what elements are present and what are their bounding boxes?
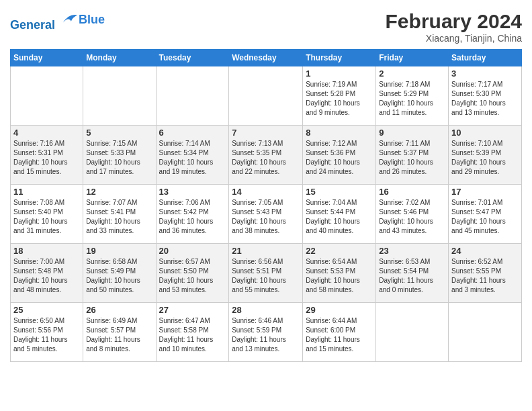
- calendar-cell: 13Sunrise: 7:06 AM Sunset: 5:42 PM Dayli…: [156, 185, 229, 244]
- weekday-header-sunday: Sunday: [11, 50, 83, 66]
- logo-text: General: [10, 10, 79, 32]
- logo-line1: General: [10, 18, 55, 32]
- calendar-cell: 1Sunrise: 7:19 AM Sunset: 5:28 PM Daylig…: [303, 66, 376, 126]
- week-row-4: 18Sunrise: 7:00 AM Sunset: 5:48 PM Dayli…: [11, 244, 522, 303]
- week-row-2: 4Sunrise: 7:16 AM Sunset: 5:31 PM Daylig…: [11, 126, 522, 185]
- day-number: 26: [86, 305, 152, 315]
- header: General Blue February 2024 Xiacang, Tian…: [10, 10, 522, 44]
- weekday-header-saturday: Saturday: [449, 50, 522, 66]
- day-info: Sunrise: 7:05 AM Sunset: 5:43 PM Dayligh…: [232, 198, 300, 236]
- calendar-cell: 27Sunrise: 6:47 AM Sunset: 5:58 PM Dayli…: [156, 303, 229, 362]
- calendar-cell: 16Sunrise: 7:02 AM Sunset: 5:46 PM Dayli…: [376, 185, 449, 244]
- logo-line2: Blue: [79, 13, 105, 27]
- day-info: Sunrise: 7:00 AM Sunset: 5:48 PM Dayligh…: [13, 257, 80, 295]
- day-info: Sunrise: 7:04 AM Sunset: 5:44 PM Dayligh…: [306, 198, 373, 236]
- day-number: 19: [86, 246, 152, 256]
- day-info: Sunrise: 7:11 AM Sunset: 5:37 PM Dayligh…: [379, 139, 445, 177]
- day-info: Sunrise: 6:47 AM Sunset: 5:58 PM Dayligh…: [159, 316, 226, 354]
- day-number: 7: [232, 128, 300, 138]
- calendar-cell: 17Sunrise: 7:01 AM Sunset: 5:47 PM Dayli…: [449, 185, 522, 244]
- main-title: February 2024: [386, 10, 522, 33]
- day-info: Sunrise: 7:08 AM Sunset: 5:40 PM Dayligh…: [13, 198, 80, 236]
- day-number: 1: [306, 68, 373, 79]
- calendar-cell: 19Sunrise: 6:58 AM Sunset: 5:49 PM Dayli…: [83, 244, 156, 303]
- day-info: Sunrise: 7:16 AM Sunset: 5:31 PM Dayligh…: [13, 139, 80, 177]
- week-row-3: 11Sunrise: 7:08 AM Sunset: 5:40 PM Dayli…: [11, 185, 522, 244]
- calendar-cell: [229, 66, 303, 126]
- calendar-cell: 9Sunrise: 7:11 AM Sunset: 5:37 PM Daylig…: [376, 126, 449, 185]
- day-info: Sunrise: 6:49 AM Sunset: 5:57 PM Dayligh…: [86, 316, 152, 354]
- calendar-cell: 11Sunrise: 7:08 AM Sunset: 5:40 PM Dayli…: [11, 185, 83, 244]
- calendar-cell: [83, 66, 156, 126]
- title-block: February 2024 Xiacang, Tianjin, China: [386, 10, 522, 44]
- calendar-cell: 18Sunrise: 7:00 AM Sunset: 5:48 PM Dayli…: [11, 244, 83, 303]
- day-info: Sunrise: 7:12 AM Sunset: 5:36 PM Dayligh…: [306, 139, 373, 177]
- day-number: 13: [159, 187, 226, 197]
- calendar-cell: 15Sunrise: 7:04 AM Sunset: 5:44 PM Dayli…: [303, 185, 376, 244]
- day-info: Sunrise: 7:15 AM Sunset: 5:33 PM Dayligh…: [86, 139, 152, 177]
- day-number: 6: [159, 128, 226, 138]
- subtitle: Xiacang, Tianjin, China: [386, 33, 522, 44]
- day-info: Sunrise: 6:54 AM Sunset: 5:53 PM Dayligh…: [306, 257, 373, 295]
- logo-bird-icon: [60, 10, 79, 29]
- day-number: 24: [451, 246, 519, 256]
- day-number: 9: [379, 128, 445, 138]
- calendar-cell: 4Sunrise: 7:16 AM Sunset: 5:31 PM Daylig…: [11, 126, 83, 185]
- calendar-cell: 28Sunrise: 6:46 AM Sunset: 5:59 PM Dayli…: [229, 303, 303, 362]
- day-number: 8: [306, 128, 373, 138]
- weekday-header-friday: Friday: [376, 50, 449, 66]
- day-info: Sunrise: 6:46 AM Sunset: 5:59 PM Dayligh…: [232, 316, 300, 354]
- day-number: 17: [451, 187, 519, 197]
- calendar-cell: 29Sunrise: 6:44 AM Sunset: 6:00 PM Dayli…: [303, 303, 376, 362]
- day-info: Sunrise: 7:18 AM Sunset: 5:29 PM Dayligh…: [379, 80, 445, 118]
- day-info: Sunrise: 7:01 AM Sunset: 5:47 PM Dayligh…: [451, 198, 519, 236]
- day-number: 22: [306, 246, 373, 256]
- page: General Blue February 2024 Xiacang, Tian…: [0, 0, 532, 411]
- calendar-cell: 8Sunrise: 7:12 AM Sunset: 5:36 PM Daylig…: [303, 126, 376, 185]
- day-number: 20: [159, 246, 226, 256]
- day-info: Sunrise: 7:19 AM Sunset: 5:28 PM Dayligh…: [306, 80, 373, 118]
- day-number: 29: [306, 305, 373, 315]
- weekday-header-row: SundayMondayTuesdayWednesdayThursdayFrid…: [11, 50, 522, 66]
- day-info: Sunrise: 7:17 AM Sunset: 5:30 PM Dayligh…: [451, 80, 519, 118]
- day-number: 18: [13, 246, 80, 256]
- calendar-cell: 12Sunrise: 7:07 AM Sunset: 5:41 PM Dayli…: [83, 185, 156, 244]
- day-info: Sunrise: 6:53 AM Sunset: 5:54 PM Dayligh…: [379, 257, 445, 295]
- day-number: 23: [379, 246, 445, 256]
- day-number: 14: [232, 187, 300, 197]
- day-info: Sunrise: 7:06 AM Sunset: 5:42 PM Dayligh…: [159, 198, 226, 236]
- day-number: 5: [86, 128, 152, 138]
- calendar-cell: 22Sunrise: 6:54 AM Sunset: 5:53 PM Dayli…: [303, 244, 376, 303]
- weekday-header-wednesday: Wednesday: [229, 50, 303, 66]
- day-info: Sunrise: 6:56 AM Sunset: 5:51 PM Dayligh…: [232, 257, 300, 295]
- day-info: Sunrise: 7:02 AM Sunset: 5:46 PM Dayligh…: [379, 198, 445, 236]
- logo: General Blue: [10, 10, 105, 32]
- weekday-header-monday: Monday: [83, 50, 156, 66]
- day-info: Sunrise: 6:52 AM Sunset: 5:55 PM Dayligh…: [451, 257, 519, 295]
- day-info: Sunrise: 6:44 AM Sunset: 6:00 PM Dayligh…: [306, 316, 373, 354]
- calendar-cell: [156, 66, 229, 126]
- calendar-cell: 20Sunrise: 6:57 AM Sunset: 5:50 PM Dayli…: [156, 244, 229, 303]
- week-row-1: 1Sunrise: 7:19 AM Sunset: 5:28 PM Daylig…: [11, 66, 522, 126]
- day-number: 4: [13, 128, 80, 138]
- day-number: 15: [306, 187, 373, 197]
- calendar-table: SundayMondayTuesdayWednesdayThursdayFrid…: [10, 49, 522, 362]
- calendar-cell: 3Sunrise: 7:17 AM Sunset: 5:30 PM Daylig…: [449, 66, 522, 126]
- weekday-header-thursday: Thursday: [303, 50, 376, 66]
- calendar-cell: [11, 66, 83, 126]
- day-number: 28: [232, 305, 300, 315]
- calendar-cell: 26Sunrise: 6:49 AM Sunset: 5:57 PM Dayli…: [83, 303, 156, 362]
- calendar-cell: 14Sunrise: 7:05 AM Sunset: 5:43 PM Dayli…: [229, 185, 303, 244]
- calendar-cell: 2Sunrise: 7:18 AM Sunset: 5:29 PM Daylig…: [376, 66, 449, 126]
- day-number: 27: [159, 305, 226, 315]
- day-number: 21: [232, 246, 300, 256]
- calendar-cell: 7Sunrise: 7:13 AM Sunset: 5:35 PM Daylig…: [229, 126, 303, 185]
- day-number: 10: [451, 128, 519, 138]
- day-info: Sunrise: 7:13 AM Sunset: 5:35 PM Dayligh…: [232, 139, 300, 177]
- day-number: 12: [86, 187, 152, 197]
- day-number: 11: [13, 187, 80, 197]
- calendar-cell: 23Sunrise: 6:53 AM Sunset: 5:54 PM Dayli…: [376, 244, 449, 303]
- day-number: 25: [13, 305, 80, 315]
- day-info: Sunrise: 7:07 AM Sunset: 5:41 PM Dayligh…: [86, 198, 152, 236]
- calendar-cell: 5Sunrise: 7:15 AM Sunset: 5:33 PM Daylig…: [83, 126, 156, 185]
